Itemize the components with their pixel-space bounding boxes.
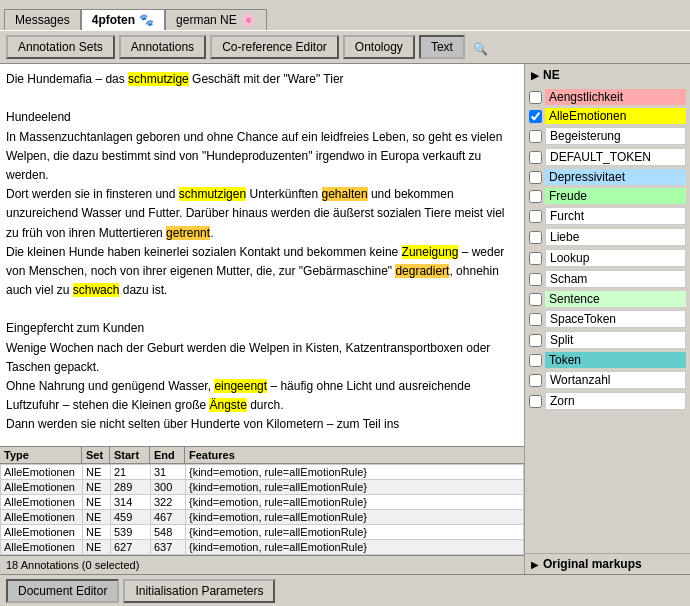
col-header-set: Set [82, 447, 110, 463]
bottom-tabs: Document Editor Initialisation Parameter… [0, 574, 690, 606]
tab-4pfoten-label: 4pfoten [92, 13, 135, 27]
cell-set: NE [83, 510, 111, 525]
cell-set: NE [83, 525, 111, 540]
cell-set: NE [83, 465, 111, 480]
tab-4pfoten[interactable]: 4pfoten 🐾 [81, 9, 165, 30]
toolbar: Annotation Sets Annotations Co-reference… [0, 30, 690, 64]
ne-item-begeisterung: Begeisterung [527, 126, 688, 146]
tab-german-ne-label: german NE [176, 13, 237, 27]
cell-features: {kind=emotion, rule=allEmotionRule} [186, 525, 524, 540]
cell-type: AlleEmotionen [1, 540, 83, 555]
initialisation-parameters-tab[interactable]: Initialisation Parameters [123, 579, 275, 603]
ne-checkbox-token[interactable] [529, 354, 542, 367]
table-row[interactable]: AlleEmotionen NE 627 637 {kind=emotion, … [1, 540, 524, 555]
ne-checkbox-split[interactable] [529, 334, 542, 347]
co-reference-button[interactable]: Co-reference Editor [210, 35, 339, 59]
cell-features: {kind=emotion, rule=allEmotionRule} [186, 465, 524, 480]
ne-label-begeisterung: Begeisterung [545, 127, 686, 145]
ne-checkbox-space-token[interactable] [529, 313, 542, 326]
col-header-type: Type [0, 447, 82, 463]
col-header-features: Features [185, 447, 524, 463]
ne-checkbox-alle-emotionen[interactable] [529, 110, 542, 123]
highlight-schmutzigen: schmutzigen [179, 187, 246, 201]
annotations-table-section: Type Set Start End Features AlleEmotione… [0, 446, 524, 555]
tab-german-ne[interactable]: german NE 🌸 [165, 9, 267, 30]
text-scroll-area[interactable]: Die Hundemafia – das schmutzige Geschäft… [0, 64, 524, 446]
highlight-angste: Ängste [209, 398, 246, 412]
cell-type: AlleEmotionen [1, 525, 83, 540]
table-scroll[interactable]: AlleEmotionen NE 21 31 {kind=emotion, ru… [0, 464, 524, 555]
right-panel-header: ▶ NE [525, 64, 690, 86]
cell-start: 459 [111, 510, 151, 525]
ne-label-aengstlichkeit: Aengstlichkeit [545, 89, 686, 105]
ne-checkbox-depressivitaet[interactable] [529, 171, 542, 184]
ne-item-aengstlichkeit: Aengstlichkeit [527, 88, 688, 106]
text-button[interactable]: Text [419, 35, 465, 59]
ne-checkbox-lookup[interactable] [529, 252, 542, 265]
cell-features: {kind=emotion, rule=allEmotionRule} [186, 495, 524, 510]
tab-german-ne-icon: 🌸 [241, 13, 256, 27]
cell-type: AlleEmotionen [1, 510, 83, 525]
table-row[interactable]: AlleEmotionen NE 289 300 {kind=emotion, … [1, 480, 524, 495]
table-row[interactable]: AlleEmotionen NE 459 467 {kind=emotion, … [1, 510, 524, 525]
cell-start: 289 [111, 480, 151, 495]
cell-end: 31 [151, 465, 186, 480]
annotations-button[interactable]: Annotations [119, 35, 206, 59]
right-panel-footer[interactable]: ▶ Original markups [525, 553, 690, 574]
ne-label-space-token: SpaceToken [545, 310, 686, 328]
cell-start: 314 [111, 495, 151, 510]
ne-item-liebe: Liebe [527, 227, 688, 247]
cell-end: 467 [151, 510, 186, 525]
ne-checkbox-sentence[interactable] [529, 293, 542, 306]
cell-start: 627 [111, 540, 151, 555]
tab-messages[interactable]: Messages [4, 9, 81, 30]
ne-item-token: Token [527, 351, 688, 369]
cell-set: NE [83, 540, 111, 555]
ne-item-alle-emotionen: AlleEmotionen [527, 107, 688, 125]
ne-label-wortanzahl: Wortanzahl [545, 371, 686, 389]
highlight-getrennt: getrennt [166, 226, 210, 240]
col-header-end: End [150, 447, 185, 463]
ne-label-scham: Scham [545, 270, 686, 288]
ne-checkbox-wortanzahl[interactable] [529, 374, 542, 387]
ne-label-alle-emotionen: AlleEmotionen [545, 108, 686, 124]
footer-arrow-icon: ▶ [531, 559, 539, 570]
cell-type: AlleEmotionen [1, 465, 83, 480]
annotations-table: AlleEmotionen NE 21 31 {kind=emotion, ru… [0, 464, 524, 555]
ne-checkbox-liebe[interactable] [529, 231, 542, 244]
ne-checkbox-scham[interactable] [529, 273, 542, 286]
ne-checkbox-zorn[interactable] [529, 395, 542, 408]
ne-label-freude: Freude [545, 188, 686, 204]
ne-item-freude: Freude [527, 187, 688, 205]
ne-checkbox-default-token[interactable] [529, 151, 542, 164]
ne-label-token: Token [545, 352, 686, 368]
col-header-start: Start [110, 447, 150, 463]
table-row[interactable]: AlleEmotionen NE 314 322 {kind=emotion, … [1, 495, 524, 510]
ne-item-default-token: DEFAULT_TOKEN [527, 147, 688, 167]
highlight-schwach: schwach [73, 283, 120, 297]
highlight-degradiert: degradiert [395, 264, 449, 278]
ne-item-sentence: Sentence [527, 290, 688, 308]
footer-label: Original markups [543, 557, 642, 571]
ontology-button[interactable]: Ontology [343, 35, 415, 59]
cell-type: AlleEmotionen [1, 480, 83, 495]
cell-features: {kind=emotion, rule=allEmotionRule} [186, 510, 524, 525]
table-header: Type Set Start End Features [0, 447, 524, 464]
annotation-sets-button[interactable]: Annotation Sets [6, 35, 115, 59]
cell-set: NE [83, 495, 111, 510]
ne-item-depressivitaet: Depressivitaet [527, 168, 688, 186]
text-content: Die Hundemafia – das schmutzige Geschäft… [0, 64, 524, 441]
search-icon: 🔍 [473, 42, 488, 56]
ne-checkbox-aengstlichkeit[interactable] [529, 91, 542, 104]
search-button[interactable]: 🔍 [473, 37, 488, 58]
table-row[interactable]: AlleEmotionen NE 21 31 {kind=emotion, ru… [1, 465, 524, 480]
ne-checkbox-furcht[interactable] [529, 210, 542, 223]
document-editor-tab[interactable]: Document Editor [6, 579, 119, 603]
ne-item-lookup: Lookup [527, 248, 688, 268]
ne-checkbox-begeisterung[interactable] [529, 130, 542, 143]
table-row[interactable]: AlleEmotionen NE 539 548 {kind=emotion, … [1, 525, 524, 540]
ne-checkbox-freude[interactable] [529, 190, 542, 203]
ne-label-sentence: Sentence [545, 291, 686, 307]
cell-features: {kind=emotion, rule=allEmotionRule} [186, 480, 524, 495]
cell-features: {kind=emotion, rule=allEmotionRule} [186, 540, 524, 555]
